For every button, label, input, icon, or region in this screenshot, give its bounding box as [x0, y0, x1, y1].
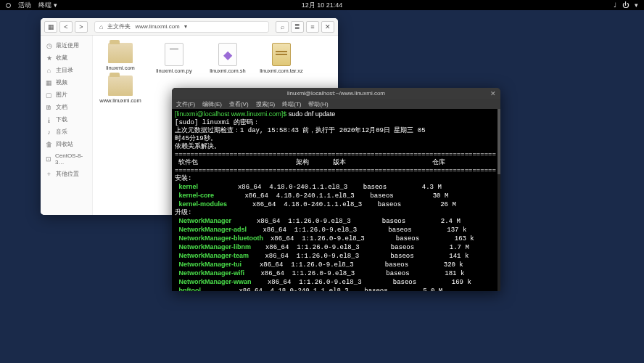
file-item[interactable]: linuxmi.com.tar.xz: [258, 43, 305, 74]
terminal-close-icon[interactable]: ✕: [490, 90, 496, 97]
activities-icon[interactable]: [6, 3, 11, 8]
sidebar-icon: ▢: [46, 91, 52, 98]
terminal-scrollbar[interactable]: [498, 109, 500, 291]
file-label: linuxmi.com.sh: [210, 68, 246, 74]
sidebar-icon: 🗑: [46, 141, 52, 147]
file-label: linuxmi.com.py: [156, 68, 192, 74]
home-icon: ⌂: [99, 23, 103, 30]
sidebar-item[interactable]: ♪音乐: [41, 126, 92, 138]
close-button[interactable]: ✕: [321, 21, 334, 33]
clock[interactable]: 12月 10 21:44: [302, 1, 343, 10]
terminal-window: linuxmi@localhost:~/www.linuxmi.com ✕ 文件…: [172, 88, 500, 291]
sidebar-icon: ★: [46, 54, 52, 61]
terminal-menu-item[interactable]: 搜索(S): [256, 100, 276, 108]
path-current-label: www.linuxmi.com: [135, 23, 179, 30]
sidebar-label: 图片: [56, 91, 67, 99]
view-list-button[interactable]: ≣: [291, 21, 304, 33]
path-bar[interactable]: ⌂ 主文件夹 www.linuxmi.com ▾: [94, 21, 269, 33]
terminal-menu-item[interactable]: 终端(T): [282, 100, 301, 108]
terminal-menubar: 文件(F)编辑(E)查看(V)搜索(S)终端(T)帮助(H): [172, 99, 500, 109]
sidebar-label: 回收站: [56, 140, 73, 148]
sidebar-item[interactable]: ◷最近使用: [41, 39, 92, 52]
sidebar-label: 最近使用: [56, 41, 79, 49]
sidebar-icon: ◷: [46, 42, 52, 49]
sidebar-item[interactable]: 🗎文档: [41, 101, 92, 113]
sidebar-label: CentOS-8-3…: [55, 152, 87, 166]
sidebar-icon: 🗎: [46, 104, 52, 110]
sidebar-item[interactable]: ▢图片: [41, 89, 92, 101]
file-label: linuxmi.com.tar.xz: [260, 68, 303, 74]
terminal-titlebar[interactable]: linuxmi@localhost:~/www.linuxmi.com ✕: [172, 88, 500, 99]
sidebar-item[interactable]: +其他位置: [41, 168, 92, 180]
new-tab-button[interactable]: ▦: [44, 21, 57, 33]
sidebar-item[interactable]: ★收藏: [41, 52, 92, 64]
sidebar-icon: ⊡: [46, 156, 51, 163]
sidebar-item[interactable]: ⊡CentOS-8-3…: [41, 150, 92, 168]
folder-icon: [108, 76, 133, 96]
hamburger-button[interactable]: ≡: [306, 21, 319, 33]
sidebar-label: 视频: [56, 78, 67, 86]
sidebar-icon: ♪: [46, 129, 52, 135]
folder-icon: [108, 43, 133, 63]
sidebar-label: 音乐: [56, 128, 67, 136]
file-icon: [218, 43, 237, 66]
terminal-title: linuxmi@localhost:~/www.linuxmi.com: [287, 90, 385, 97]
power-icon[interactable]: ⏻: [622, 1, 629, 9]
sidebar-label: 其他位置: [56, 170, 79, 178]
search-button[interactable]: ⌕: [276, 21, 289, 33]
sidebar-label: 收藏: [56, 54, 67, 62]
terminal-menu-item[interactable]: 帮助(H): [308, 100, 328, 108]
volume-icon[interactable]: ♩: [614, 1, 616, 9]
terminal-menu-item[interactable]: 文件(F): [176, 100, 195, 108]
gnome-topbar: 活动 终端 ▾ 12月 10 21:44 ♩ ⏻ ▾: [0, 0, 644, 10]
app-menu[interactable]: 终端 ▾: [38, 1, 57, 10]
sidebar-label: 主目录: [56, 66, 73, 74]
sidebar-label: 下载: [56, 115, 67, 123]
path-home-label: 主文件夹: [107, 23, 131, 30]
sidebar-icon: ⭳: [46, 116, 52, 123]
sidebar-label: 文档: [56, 103, 67, 111]
sidebar-item[interactable]: 🗑回收站: [41, 138, 92, 150]
terminal-menu-item[interactable]: 编辑(E): [202, 100, 222, 108]
sidebar-icon: +: [46, 171, 52, 177]
activities-button[interactable]: 活动: [18, 1, 31, 10]
sidebar-item[interactable]: ⌂主目录: [41, 64, 92, 76]
file-item[interactable]: linuxmi.com.sh: [205, 43, 251, 74]
file-icon: [165, 43, 183, 66]
fm-sidebar: ◷最近使用★收藏⌂主目录▦视频▢图片🗎文档⭳下载♪音乐🗑回收站⊡CentOS-8…: [41, 36, 93, 215]
sidebar-icon: ⌂: [46, 67, 52, 73]
terminal-menu-item[interactable]: 查看(V): [229, 100, 249, 108]
file-label: www.linuxmi.com: [99, 97, 141, 104]
system-menu-chevron-icon[interactable]: ▾: [635, 1, 638, 9]
terminal-output[interactable]: [linuxmi@localhost www.linuxmi.com]$ sud…: [172, 109, 500, 291]
sidebar-item[interactable]: ⭳下载: [41, 113, 92, 126]
file-item[interactable]: linuxmi.com: [97, 43, 144, 74]
fm-headerbar: ▦ < > ⌂ 主文件夹 www.linuxmi.com ▾ ⌕ ≣ ≡ ✕: [41, 18, 338, 36]
file-item[interactable]: www.linuxmi.com: [97, 76, 144, 104]
file-label: linuxmi.com: [106, 65, 135, 71]
sidebar-icon: ▦: [46, 79, 52, 86]
file-icon: [272, 43, 291, 66]
forward-button[interactable]: >: [75, 21, 88, 33]
sidebar-item[interactable]: ▦视频: [41, 76, 92, 89]
back-button[interactable]: <: [59, 21, 73, 33]
file-item[interactable]: linuxmi.com.py: [151, 43, 197, 74]
path-chevron-icon: ▾: [184, 23, 187, 30]
